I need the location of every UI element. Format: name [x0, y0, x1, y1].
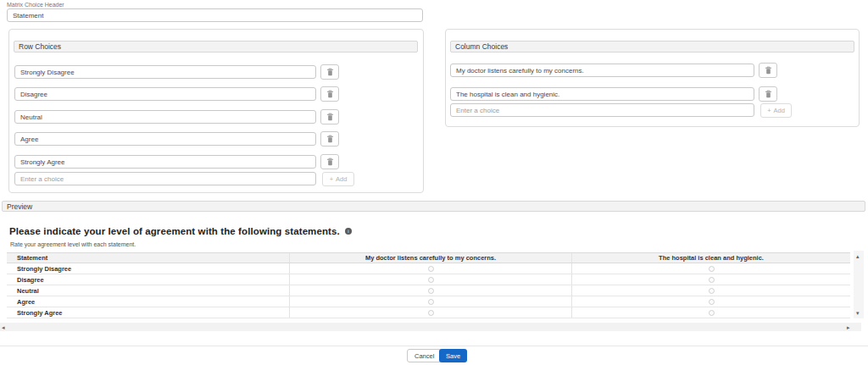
table-row: Strongly Agree — [7, 307, 850, 318]
row-label: Disagree — [7, 274, 289, 285]
add-column-choice-label: Add — [774, 107, 785, 114]
new-column-choice-input[interactable] — [450, 103, 754, 117]
radio-button[interactable] — [428, 288, 434, 294]
scroll-up-icon[interactable]: ▴ — [856, 253, 860, 259]
trash-icon — [326, 154, 334, 169]
delete-row-choice-button[interactable] — [320, 86, 339, 102]
plus-icon: + — [330, 175, 333, 183]
scroll-right-icon[interactable]: ▸ — [847, 324, 850, 330]
delete-row-choice-button[interactable] — [320, 64, 339, 80]
row-label: Agree — [7, 296, 289, 307]
info-icon[interactable]: i — [345, 228, 352, 235]
preview-header-bar: Preview — [2, 201, 865, 212]
matrix-choice-header-label: Matrix Choice Header — [7, 2, 64, 8]
radio-button[interactable] — [428, 266, 434, 272]
row-choice-input[interactable] — [14, 110, 316, 124]
column-choice-input[interactable] — [450, 64, 754, 77]
scroll-down-icon[interactable]: ▾ — [856, 310, 860, 316]
plus-icon: + — [767, 107, 771, 114]
matrix-choice-header-input[interactable] — [7, 8, 423, 22]
radio-button[interactable] — [709, 299, 715, 305]
trash-icon — [326, 64, 334, 80]
radio-button[interactable] — [428, 277, 434, 283]
matrix-preview-table: Statement My doctor listens carefully to… — [7, 252, 850, 318]
table-row: Strongly Disagree — [7, 263, 850, 274]
radio-button[interactable] — [709, 277, 715, 283]
trash-icon — [326, 109, 334, 124]
trash-icon — [326, 131, 334, 147]
preview-question-title-row: Please indicate your level of agreement … — [9, 223, 352, 238]
radio-button[interactable] — [709, 310, 715, 316]
column-choice-input[interactable] — [450, 87, 754, 101]
save-button[interactable]: Save — [439, 349, 467, 362]
row-choice-input[interactable] — [14, 155, 316, 169]
delete-column-choice-button[interactable] — [759, 86, 777, 102]
preview-horizontal-scrollbar[interactable]: ◂ ▸ — [0, 323, 861, 331]
delete-row-choice-button[interactable] — [320, 109, 339, 124]
preview-question-subtitle: Rate your agreement level with each stat… — [10, 241, 136, 247]
trash-icon — [326, 86, 334, 102]
row-label: Neutral — [7, 285, 289, 296]
radio-button[interactable] — [428, 299, 434, 305]
add-row-choice-button[interactable]: + Add — [322, 172, 354, 186]
row-label: Strongly Disagree — [7, 263, 289, 274]
table-row: Agree — [7, 296, 850, 307]
row-choices-panel: Row Choices + Add — [8, 29, 424, 193]
radio-button[interactable] — [709, 266, 715, 272]
row-choice-input[interactable] — [14, 132, 316, 146]
preview-question-title: Please indicate your level of agreement … — [9, 226, 340, 236]
delete-column-choice-button[interactable] — [759, 63, 777, 78]
column-choices-panel: Column Choices + Add — [445, 29, 860, 127]
row-choices-header: Row Choices — [14, 41, 418, 53]
preview-vertical-scrollbar[interactable]: ▴ ▾ — [854, 251, 864, 318]
new-row-choice-input[interactable] — [14, 172, 316, 185]
add-column-choice-button[interactable]: + Add — [760, 103, 792, 118]
delete-row-choice-button[interactable] — [320, 131, 339, 147]
footer-divider — [0, 346, 868, 346]
row-label: Strongly Agree — [7, 307, 289, 318]
column-choices-header: Column Choices — [450, 41, 854, 53]
column-header: My doctor listens carefully to my concer… — [289, 253, 571, 263]
cancel-button[interactable]: Cancel — [407, 349, 442, 362]
column-header: The hospital is clean and hygienic. — [571, 253, 850, 263]
radio-button[interactable] — [709, 288, 715, 294]
row-choice-input[interactable] — [14, 65, 316, 79]
statement-column-header: Statement — [7, 253, 289, 263]
table-header-row: Statement My doctor listens carefully to… — [7, 252, 850, 263]
trash-icon — [765, 63, 772, 78]
radio-button[interactable] — [428, 310, 434, 316]
table-row: Disagree — [7, 274, 850, 285]
row-choice-input[interactable] — [14, 87, 316, 101]
trash-icon — [765, 86, 772, 102]
table-row: Neutral — [7, 285, 850, 296]
delete-row-choice-button[interactable] — [320, 154, 339, 169]
scroll-left-icon[interactable]: ◂ — [2, 324, 5, 330]
add-row-choice-label: Add — [336, 175, 347, 183]
